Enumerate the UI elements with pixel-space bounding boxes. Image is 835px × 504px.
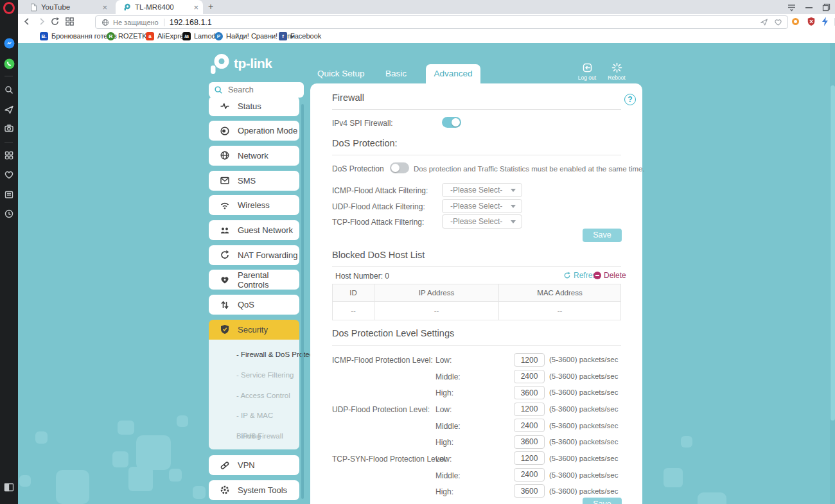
sidebar-item-operation-mode[interactable]: Operation Mode <box>209 121 299 141</box>
share-flow-icon[interactable] <box>760 18 768 26</box>
opera-logo-icon[interactable] <box>3 2 15 13</box>
sidebar-item-network[interactable]: Network <box>209 146 299 166</box>
tab-title: TL-MR6400 <box>135 3 174 11</box>
qos-icon <box>220 300 230 310</box>
nav-tab-advanced[interactable]: Advanced <box>426 64 480 83</box>
extension-lightning-icon[interactable] <box>821 17 829 26</box>
bookmark-rozetka[interactable]: R ROZETKA <box>107 31 152 41</box>
udp-low-input[interactable] <box>514 403 545 416</box>
ipv4-spi-label: IPv4 SPI Firewall: <box>332 119 393 128</box>
page-scrollbar-thumb[interactable] <box>831 85 835 421</box>
bookmarks-heart-icon[interactable] <box>3 169 15 180</box>
new-tab-button[interactable]: + <box>208 1 213 12</box>
tab-youtube[interactable]: YouTube × <box>23 0 112 14</box>
submenu-service-filtering[interactable]: - Service Filtering <box>209 365 299 385</box>
select-value: -Please Select- <box>450 202 502 211</box>
tcp-high-input[interactable] <box>514 484 545 498</box>
snapshot-camera-icon[interactable] <box>3 123 15 134</box>
close-tab-icon[interactable]: × <box>189 3 203 12</box>
adblock-shield-icon[interactable] <box>807 17 816 26</box>
icmp-middle-input[interactable] <box>514 370 545 383</box>
messenger-icon[interactable] <box>3 37 15 49</box>
sidebar-item-label: Wireless <box>238 200 270 210</box>
forward-button[interactable] <box>37 17 46 26</box>
sidebar-scrollbar[interactable] <box>301 104 304 499</box>
extension-orange-icon[interactable] <box>792 18 799 25</box>
tcp-low-input[interactable] <box>514 451 545 465</box>
tab-menu-icon[interactable] <box>787 3 796 12</box>
sidebar-item-security[interactable]: Security <box>209 320 299 340</box>
firewall-title: Firewall <box>332 92 364 103</box>
reload-button[interactable] <box>50 17 60 26</box>
url-text[interactable]: 192.168.1.1 <box>170 18 212 27</box>
nav-tab-quick-setup[interactable]: Quick Setup <box>317 69 365 78</box>
sidebar-item-vpn[interactable]: VPN <box>209 455 299 475</box>
minimize-button[interactable] <box>805 7 813 8</box>
tcp-filter-select[interactable]: -Please Select- <box>442 214 522 229</box>
security-label: Не защищено <box>113 19 159 26</box>
sidebar-toggle-icon[interactable] <box>3 482 15 493</box>
reboot-button[interactable]: Reboot <box>604 62 629 81</box>
rozetka-favicon: R <box>107 32 115 40</box>
udp-middle-input[interactable] <box>514 419 545 432</box>
submenu-firewall-dos[interactable]: - Firewall & DoS Protection <box>209 344 299 365</box>
news-icon[interactable] <box>3 189 15 200</box>
history-clock-icon[interactable] <box>3 208 15 220</box>
sidebar-search[interactable] <box>209 82 304 98</box>
status-icon <box>220 101 230 111</box>
nav-tab-basic[interactable]: Basic <box>385 69 407 78</box>
bookmark-booking[interactable]: B. Бронювання готелів <box>40 31 117 41</box>
submenu-ipv6-firewall[interactable]: - IPv6 Firewall <box>209 426 299 446</box>
level-low-label: Low: <box>435 405 452 414</box>
sidebar-item-qos[interactable]: QoS <box>209 295 299 315</box>
save-button-bottom[interactable]: Save <box>583 498 622 504</box>
back-button[interactable] <box>22 17 32 26</box>
delete-button[interactable]: Delete <box>593 271 626 280</box>
table-header-mac: MAC Address <box>498 284 621 302</box>
bookmark-label: Facebook <box>290 32 321 40</box>
bookmark-heart-icon[interactable] <box>774 18 782 26</box>
sidebar-item-status[interactable]: Status <box>209 96 299 116</box>
bookmark-facebook[interactable]: f Facebook <box>279 31 321 41</box>
network-globe-icon <box>220 150 230 161</box>
restore-button[interactable] <box>822 3 831 12</box>
icmp-filter-select[interactable]: -Please Select- <box>442 183 522 197</box>
icmp-low-input[interactable] <box>514 353 545 367</box>
range-hint: (5-3600) packets/sec <box>549 487 618 495</box>
dos-protection-toggle[interactable] <box>390 162 409 173</box>
udp-high-input[interactable] <box>514 435 545 449</box>
bg-square <box>19 475 31 487</box>
icmp-level-label: ICMP-Flood Protection Level: <box>332 356 433 365</box>
sidebar-item-nat-forwarding[interactable]: NAT Forwarding <box>209 245 299 265</box>
dos-protection-title: DoS Protection: <box>332 138 398 148</box>
logout-button[interactable]: Log out <box>574 62 600 81</box>
sidebar-item-sms[interactable]: SMS <box>209 171 299 191</box>
speed-dial-toolbar-icon[interactable] <box>65 17 75 26</box>
icmp-high-input[interactable] <box>514 386 545 399</box>
tcp-syn-level-label: TCP-SYN-Flood Protection Level: <box>332 455 447 464</box>
search-rail-icon[interactable] <box>3 84 15 96</box>
table-header-id: ID <box>332 284 374 302</box>
submenu-ip-mac-binding[interactable]: - IP & MAC Binding <box>209 405 299 426</box>
sidebar-item-guest-network[interactable]: Guest Network <box>209 220 299 240</box>
my-flow-icon[interactable] <box>3 104 15 116</box>
whatsapp-icon[interactable] <box>3 58 15 69</box>
tab-tl-mr6400[interactable]: TL-MR6400 × <box>116 0 203 14</box>
sidebar-item-parental-controls[interactable]: Parental Controls <box>209 270 299 290</box>
range-hint: (5-3600) packets/sec <box>549 372 618 380</box>
ipv4-spi-toggle[interactable] <box>442 117 461 128</box>
tcp-middle-input[interactable] <box>514 468 545 482</box>
close-tab-icon[interactable]: × <box>98 3 112 12</box>
save-button[interactable]: Save <box>583 229 622 242</box>
speed-dial-icon[interactable] <box>3 150 15 161</box>
help-icon[interactable]: ? <box>624 94 636 105</box>
submenu-access-control[interactable]: - Access Control <box>209 385 299 406</box>
search-input[interactable] <box>227 85 294 95</box>
sidebar-item-system-tools[interactable]: System Tools <box>209 480 299 500</box>
address-bar[interactable]: Не защищено 192.168.1.1 <box>95 15 788 29</box>
sidebar-item-label: Parental Controls <box>238 270 299 290</box>
site-info-globe-icon[interactable] <box>101 19 109 26</box>
bg-square <box>118 421 134 435</box>
sidebar-item-wireless[interactable]: Wireless <box>209 195 299 215</box>
udp-filter-select[interactable]: -Please Select- <box>442 199 522 213</box>
